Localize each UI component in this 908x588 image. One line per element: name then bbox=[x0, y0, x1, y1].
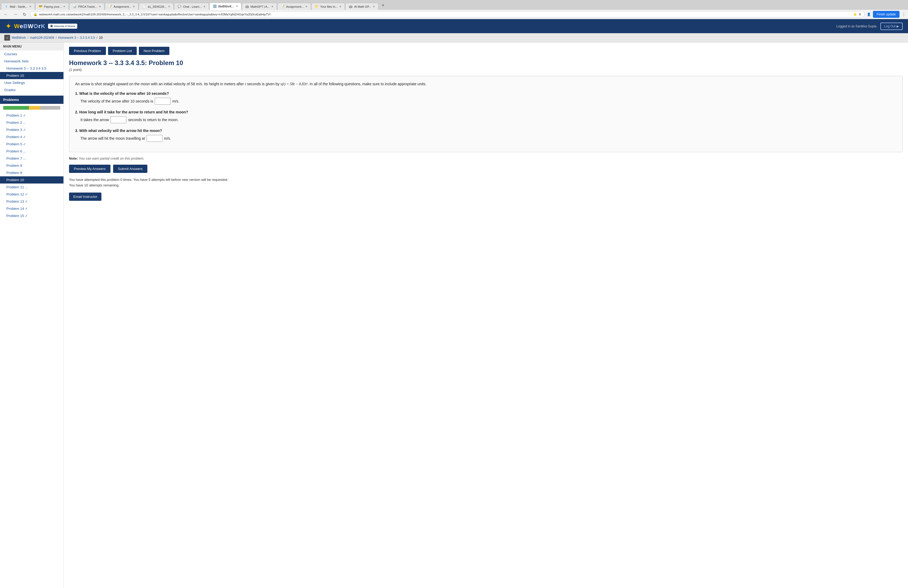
previous-problem-button[interactable]: Previous Problem bbox=[69, 47, 106, 55]
q1-text: 1. What is the velocity of the arrow aft… bbox=[75, 91, 897, 96]
q3-answer-line: The arrow will hit the moon travelling a… bbox=[75, 135, 897, 142]
forward-button[interactable]: → bbox=[12, 11, 19, 17]
sidebar-problem-11[interactable]: Problem 11 ... bbox=[0, 184, 63, 191]
breadcrumb-bar: ‹ WeBWork / math109-202409 / Homework 3 … bbox=[0, 33, 908, 42]
sidebar-problem-12[interactable]: Problem 12 ✓ bbox=[0, 191, 63, 198]
progress-gray bbox=[40, 106, 60, 110]
sidebar-problem-15[interactable]: Problem 15 ✓ bbox=[0, 212, 63, 219]
tab-chat[interactable]: 💬Chat - Learn...✕ bbox=[174, 3, 209, 10]
sidebar-problem-5[interactable]: Problem 5 ✓ bbox=[0, 140, 63, 148]
breadcrumb-homework[interactable]: Homework 3 -- 3.3 3.4 3.5 bbox=[58, 36, 95, 40]
q2-answer-prefix: It takes the arrow bbox=[80, 118, 109, 122]
main-menu-title: MAIN MENU bbox=[0, 42, 63, 50]
q1-answer-suffix: m/s. bbox=[172, 99, 179, 103]
breadcrumb-problem-number: 10 bbox=[99, 36, 103, 40]
breadcrumb-back-button[interactable]: ‹ bbox=[4, 35, 10, 40]
webwork-logo: ✦ WeBWOrK 🏛 University of Victoria bbox=[5, 22, 77, 31]
email-instructor-button[interactable]: Email Instructor bbox=[69, 193, 101, 201]
sidebar-item-courses[interactable]: Courses bbox=[0, 50, 63, 58]
new-tab-button[interactable]: + bbox=[379, 1, 387, 10]
sidebar-item-current-homework[interactable]: Homework 3 -- 3.3 3.4 3.5 bbox=[0, 65, 63, 72]
sidebar-item-homework-sets[interactable]: Homework Sets bbox=[0, 58, 63, 65]
logo-text: WeBWOrK bbox=[14, 23, 45, 30]
header-right: Logged in as Sanikka Gupta. Log Out ▶ bbox=[836, 23, 903, 30]
logo-star-icon: ✦ bbox=[5, 22, 11, 31]
tab-assignment2[interactable]: 📝Assignment...✕ bbox=[277, 3, 311, 10]
breadcrumb-course[interactable]: math109-202409 bbox=[30, 36, 54, 40]
tab-paying[interactable]: 💳Paying your...✕ bbox=[35, 3, 69, 10]
submit-button[interactable]: Submit Answers bbox=[113, 165, 147, 173]
breadcrumb-webwork[interactable]: WeBWork bbox=[12, 36, 26, 40]
action-buttons: Preview My Answers Submit Answers bbox=[69, 165, 903, 173]
note-text: Note: You can earn partial credit on thi… bbox=[69, 156, 903, 160]
preview-button[interactable]: Preview My Answers bbox=[69, 165, 110, 173]
problem-intro: An arrow is shot straight upward on the … bbox=[75, 81, 897, 87]
uvic-logo: 🏛 University of Victoria bbox=[48, 24, 77, 29]
sidebar: MAIN MENU Courses Homework Sets Homework… bbox=[0, 42, 64, 588]
tab-webwork[interactable]: 🔢WeBWorK...✕ bbox=[209, 3, 241, 10]
reload-button[interactable]: ↻ bbox=[21, 11, 28, 18]
logout-arrow-icon: ▶ bbox=[897, 24, 899, 28]
address-bar[interactable]: 🔒 webwork4.math.uvic.ca/webwork2/math109… bbox=[30, 11, 865, 18]
problem-points: (1 point) bbox=[69, 68, 903, 72]
q1-answer-input[interactable] bbox=[155, 98, 171, 105]
q2-answer-input[interactable] bbox=[110, 116, 126, 123]
problem-nav: Previous Problem Problem List Next Probl… bbox=[69, 47, 903, 55]
q2-text: 2. How long will it take for the arrow t… bbox=[75, 110, 897, 114]
q3-answer-suffix: m/s. bbox=[164, 136, 171, 140]
tab-prca[interactable]: 📊PRCA Tracki...✕ bbox=[69, 3, 104, 10]
sidebar-problem-1[interactable]: Problem 1 ✓ bbox=[0, 112, 63, 119]
q3-text: 3. With what velocity will the arrow hit… bbox=[75, 129, 897, 133]
problem-box: An arrow is shot straight upward on the … bbox=[69, 76, 903, 152]
next-problem-button[interactable]: Next Problem bbox=[139, 47, 169, 55]
logout-button[interactable]: Log Out ▶ bbox=[881, 23, 903, 30]
main-layout: MAIN MENU Courses Homework Sets Homework… bbox=[0, 42, 908, 588]
q3-answer-input[interactable] bbox=[147, 135, 163, 142]
sidebar-problem-2[interactable]: Problem 2 ... bbox=[0, 119, 63, 126]
sidebar-problem-9[interactable]: Problem 9 bbox=[0, 169, 63, 176]
sidebar-problem-3[interactable]: Problem 3 ✓ bbox=[0, 126, 63, 133]
question-3: 3. With what velocity will the arrow hit… bbox=[75, 129, 897, 142]
tab-assignment1[interactable]: 📝Assignment...✕ bbox=[105, 3, 138, 10]
logged-in-user: 👤 bbox=[867, 13, 871, 16]
q1-answer-prefix: The velocity of the arrow after 10 secon… bbox=[80, 99, 153, 103]
sidebar-problem-8[interactable]: Problem 8 bbox=[0, 162, 63, 169]
q2-answer-suffix: seconds to return to the moon. bbox=[128, 118, 179, 122]
tab-bar: 📧Mail - Sanik...✕ 💳Paying your...✕ 📊PRCA… bbox=[0, 0, 908, 10]
tab-a1seng[interactable]: 📄a1_SENG26...✕ bbox=[139, 3, 174, 10]
question-2: 2. How long will it take for the arrow t… bbox=[75, 110, 897, 123]
problem-title: Homework 3 -- 3.3 3.4 3.5: Problem 10 bbox=[69, 59, 903, 67]
progress-green bbox=[3, 106, 29, 110]
sidebar-problem-14[interactable]: Problem 14 ✓ bbox=[0, 205, 63, 212]
tab-mathgpt[interactable]: 🤖MathGPT | A...✕ bbox=[242, 3, 277, 10]
attempt-info: You have attempted this problem 0 times.… bbox=[69, 177, 903, 188]
progress-yellow bbox=[29, 106, 40, 110]
sidebar-item-grades[interactable]: Grades bbox=[0, 86, 63, 93]
tab-mail[interactable]: 📧Mail - Sanik...✕ bbox=[1, 3, 35, 10]
finish-update-button[interactable]: Finish update bbox=[873, 11, 900, 18]
q3-answer-prefix: The arrow will hit the moon travelling a… bbox=[80, 136, 145, 140]
back-button[interactable]: ← bbox=[2, 11, 10, 17]
progress-bar-container bbox=[0, 104, 63, 112]
q2-answer-line: It takes the arrow seconds to return to … bbox=[75, 116, 897, 123]
problems-section-title: Problems bbox=[0, 96, 63, 104]
sidebar-item-user-settings[interactable]: User Settings bbox=[0, 79, 63, 86]
sidebar-problem-4[interactable]: Problem 4 ✓ bbox=[0, 133, 63, 140]
tab-aimath[interactable]: 🤖AI Math GP...✕ bbox=[345, 3, 378, 10]
sidebar-problem-7[interactable]: Problem 7 ... bbox=[0, 155, 63, 162]
content-area: Previous Problem Problem List Next Probl… bbox=[64, 42, 908, 588]
question-1: 1. What is the velocity of the arrow aft… bbox=[75, 91, 897, 105]
address-bar-row: ← → ↻ 🔒 webwork4.math.uvic.ca/webwork2/m… bbox=[0, 10, 908, 19]
webwork-header: ✦ WeBWOrK 🏛 University of Victoria Logge… bbox=[0, 19, 908, 33]
sidebar-problem-10[interactable]: Problem 10 bbox=[0, 176, 63, 184]
browser-menu-button[interactable]: ⋮ bbox=[902, 12, 906, 17]
tab-files[interactable]: 📁Your files in...✕ bbox=[311, 3, 345, 10]
progress-bar bbox=[3, 106, 60, 110]
problem-list-button[interactable]: Problem List bbox=[108, 47, 137, 55]
sidebar-problem-6[interactable]: Problem 6 ... bbox=[0, 148, 63, 155]
sidebar-problem-13[interactable]: Problem 13 ✓ bbox=[0, 198, 63, 205]
q1-answer-line: The velocity of the arrow after 10 secon… bbox=[75, 98, 897, 105]
sidebar-item-problem10[interactable]: Problem 10 bbox=[0, 72, 63, 79]
